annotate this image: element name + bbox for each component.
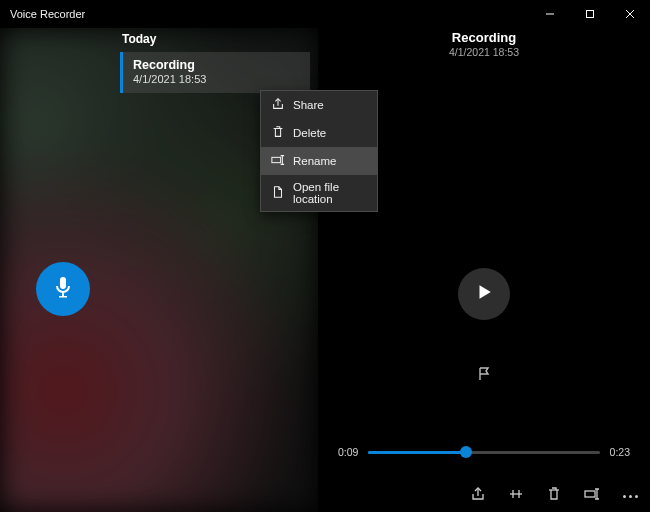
seek-fill [368, 451, 465, 454]
play-icon [475, 283, 493, 305]
svg-rect-4 [62, 293, 64, 296]
play-button[interactable] [458, 268, 510, 320]
rename-icon [271, 153, 285, 169]
trash-icon [546, 486, 562, 506]
delete-button[interactable] [546, 488, 562, 504]
flag-icon [476, 368, 492, 385]
timeline: 0:09 0:23 [338, 446, 630, 458]
menu-label: Share [293, 99, 324, 111]
recording-list-item[interactable]: Recording 4/1/2021 18:53 [120, 52, 310, 93]
add-marker-button[interactable] [476, 366, 492, 386]
menu-label: Delete [293, 127, 326, 139]
file-icon [271, 185, 285, 201]
detail-title: Recording [449, 30, 519, 45]
microphone-icon [51, 275, 75, 303]
minimize-button[interactable] [530, 0, 570, 28]
share-icon [470, 486, 486, 506]
share-icon [271, 97, 285, 113]
rename-icon [584, 486, 600, 506]
svg-rect-1 [587, 11, 594, 18]
menu-item-delete[interactable]: Delete [261, 119, 377, 147]
ellipsis-icon [623, 495, 638, 498]
seek-thumb[interactable] [460, 446, 472, 458]
menu-item-open-location[interactable]: Open file location [261, 175, 377, 211]
main: Today Recording 4/1/2021 18:53 Share Del… [0, 28, 650, 512]
svg-rect-6 [272, 157, 281, 162]
trim-icon [508, 486, 524, 506]
svg-rect-7 [585, 491, 595, 497]
record-button[interactable] [36, 262, 90, 316]
recording-item-date: 4/1/2021 18:53 [133, 73, 300, 85]
bottom-toolbar [470, 488, 638, 504]
menu-item-share[interactable]: Share [261, 91, 377, 119]
maximize-button[interactable] [570, 0, 610, 28]
title-bar: Voice Recorder [0, 0, 650, 28]
menu-item-rename[interactable]: Rename [261, 147, 377, 175]
menu-label: Rename [293, 155, 336, 167]
time-total: 0:23 [610, 446, 630, 458]
menu-label: Open file location [293, 181, 367, 205]
svg-rect-5 [59, 296, 67, 298]
more-button[interactable] [622, 488, 638, 504]
trim-button[interactable] [508, 488, 524, 504]
window-controls [530, 0, 650, 28]
detail-header: Recording 4/1/2021 18:53 [449, 30, 519, 58]
close-button[interactable] [610, 0, 650, 28]
recording-item-title: Recording [133, 58, 300, 72]
context-menu: Share Delete Rename Open file location [260, 90, 378, 212]
rename-button[interactable] [584, 488, 600, 504]
trash-icon [271, 125, 285, 141]
app-title: Voice Recorder [0, 8, 85, 20]
section-header: Today [0, 28, 318, 52]
detail-date: 4/1/2021 18:53 [449, 46, 519, 58]
time-current: 0:09 [338, 446, 358, 458]
seek-track[interactable] [368, 451, 599, 454]
share-button[interactable] [470, 488, 486, 504]
